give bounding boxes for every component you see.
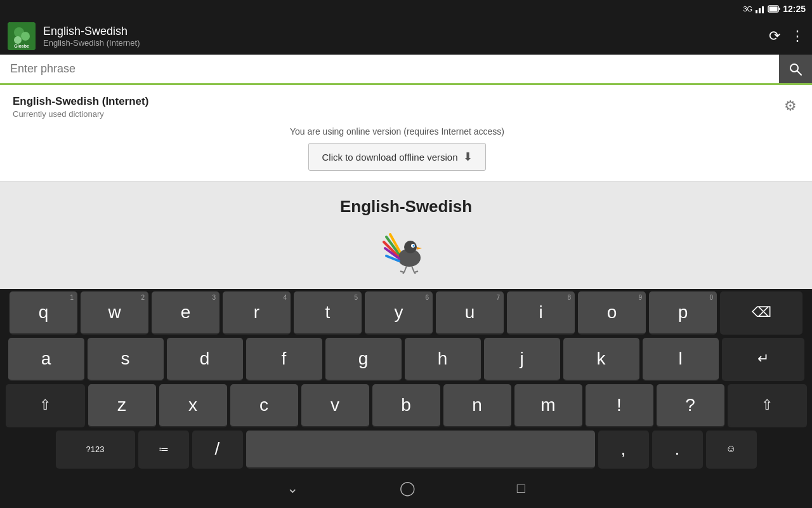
key-slash[interactable]: / — [192, 431, 243, 469]
online-notice: You are using online version (requires I… — [13, 126, 782, 137]
key-shift-right[interactable]: ⇧ — [728, 384, 807, 427]
key-e[interactable]: 3 e — [152, 291, 219, 335]
download-icon: ⬇ — [463, 150, 473, 164]
key-k[interactable]: k — [563, 338, 639, 381]
svg-line-28 — [414, 272, 416, 274]
key-m[interactable]: m — [514, 384, 582, 427]
app-subtitle: English-Swedish (Internet) — [43, 38, 761, 48]
key-a[interactable]: a — [8, 338, 84, 381]
dict-info: English-Swedish (Internet) Currently use… — [13, 95, 782, 171]
svg-point-14 — [404, 241, 417, 253]
svg-line-12 — [797, 71, 801, 75]
search-bar — [0, 55, 812, 85]
key-f[interactable]: f — [246, 338, 322, 381]
key-num-toggle[interactable]: ?123 — [56, 431, 135, 469]
key-h[interactable]: h — [405, 338, 481, 381]
search-button[interactable] — [779, 55, 812, 83]
svg-rect-0 — [756, 10, 757, 13]
battery-icon — [768, 4, 780, 13]
svg-line-23 — [404, 266, 407, 272]
glosbe-logo: Glosbe — [8, 22, 36, 50]
keyboard-row-1: 1 q 2 w 3 e 4 r 5 t 6 y 7 u 8 i — [1, 291, 811, 335]
key-s[interactable]: s — [88, 338, 164, 381]
app-bar-actions: ⟳ ⋮ — [769, 28, 804, 44]
keyboard-row-3: ⇧ z x c v b n m ! ? ⇧ — [1, 384, 811, 427]
key-backspace[interactable]: ⌫ — [720, 291, 802, 335]
key-x[interactable]: x — [159, 384, 227, 427]
status-icons: 3G 12:25 — [743, 4, 806, 14]
app-bar: Glosbe English-Swedish English-Swedish (… — [0, 18, 812, 55]
search-input[interactable] — [0, 55, 779, 83]
svg-rect-2 — [762, 6, 764, 13]
svg-text:Glosbe: Glosbe — [14, 44, 29, 48]
key-enter[interactable]: ↵ — [722, 338, 804, 381]
key-t[interactable]: 5 t — [294, 291, 362, 335]
key-j[interactable]: j — [484, 338, 560, 381]
svg-rect-5 — [769, 7, 778, 11]
svg-rect-4 — [779, 8, 780, 10]
recents-button[interactable]: □ — [517, 480, 525, 497]
key-o[interactable]: 9 o — [578, 291, 646, 335]
svg-point-8 — [21, 32, 30, 41]
app-icon: Glosbe — [8, 22, 36, 50]
home-button[interactable]: ◯ — [400, 480, 416, 497]
overflow-menu-icon[interactable]: ⋮ — [790, 28, 804, 44]
key-c[interactable]: c — [230, 384, 298, 427]
main-content: English-Swedish — [0, 182, 812, 289]
svg-point-11 — [790, 64, 798, 72]
bottom-nav: ⌄ ◯ □ — [0, 474, 812, 502]
key-question[interactable]: ? — [657, 384, 724, 427]
key-q[interactable]: 1 q — [10, 291, 77, 335]
main-title: English-Swedish — [340, 197, 472, 217]
key-space[interactable] — [246, 431, 595, 469]
key-settings[interactable]: ≔ — [138, 431, 189, 469]
key-comma[interactable]: , — [598, 431, 649, 469]
settings-icon[interactable]: ⚙ — [782, 95, 799, 117]
keyboard: 1 q 2 w 3 e 4 r 5 t 6 y 7 u 8 i — [0, 289, 812, 474]
key-shift-left[interactable]: ⇧ — [6, 384, 85, 427]
key-d[interactable]: d — [167, 338, 243, 381]
key-b[interactable]: b — [372, 384, 440, 427]
signal-bars-icon — [755, 4, 765, 13]
key-i[interactable]: 8 i — [507, 291, 575, 335]
dict-name: English-Swedish (Internet) — [13, 95, 782, 108]
key-exclamation[interactable]: ! — [586, 384, 653, 427]
download-offline-button[interactable]: Click to download offline version ⬇ — [308, 143, 485, 171]
key-period[interactable]: . — [652, 431, 703, 469]
key-r[interactable]: 4 r — [223, 291, 291, 335]
keyboard-row-2: a s d f g h j k l ↵ — [1, 338, 811, 381]
svg-line-26 — [403, 272, 404, 274]
content-area: English-Swedish (Internet) Currently use… — [0, 85, 812, 289]
app-title-block: English-Swedish English-Swedish (Interne… — [43, 25, 761, 48]
mascot-bird — [377, 229, 435, 274]
key-p[interactable]: 0 p — [649, 291, 717, 335]
app-title: English-Swedish — [43, 25, 761, 39]
download-btn-label: Click to download offline version — [322, 152, 457, 163]
clock: 12:25 — [783, 4, 806, 14]
key-w[interactable]: 2 w — [81, 291, 148, 335]
dict-card: English-Swedish (Internet) Currently use… — [0, 85, 812, 182]
key-u[interactable]: 7 u — [436, 291, 504, 335]
signal-indicator: 3G — [743, 5, 753, 13]
svg-rect-1 — [759, 8, 761, 13]
key-emoji[interactable]: ☺ — [706, 431, 757, 469]
svg-line-24 — [412, 266, 414, 272]
key-g[interactable]: g — [325, 338, 402, 381]
key-l[interactable]: l — [643, 338, 719, 381]
key-n[interactable]: n — [443, 384, 511, 427]
dict-desc: Currently used dictionary — [13, 109, 782, 119]
back-button[interactable]: ⌄ — [287, 480, 298, 497]
svg-point-16 — [413, 245, 415, 247]
key-y[interactable]: 6 y — [365, 291, 433, 335]
key-v[interactable]: v — [301, 384, 369, 427]
dict-center: You are using online version (requires I… — [13, 126, 782, 171]
svg-point-9 — [14, 36, 22, 44]
svg-marker-17 — [417, 247, 422, 250]
search-icon — [789, 62, 802, 76]
keyboard-row-4: ?123 ≔ / , . ☺ — [1, 431, 811, 469]
status-bar: 3G 12:25 — [0, 0, 812, 18]
refresh-icon[interactable]: ⟳ — [769, 28, 780, 44]
key-z[interactable]: z — [88, 384, 156, 427]
